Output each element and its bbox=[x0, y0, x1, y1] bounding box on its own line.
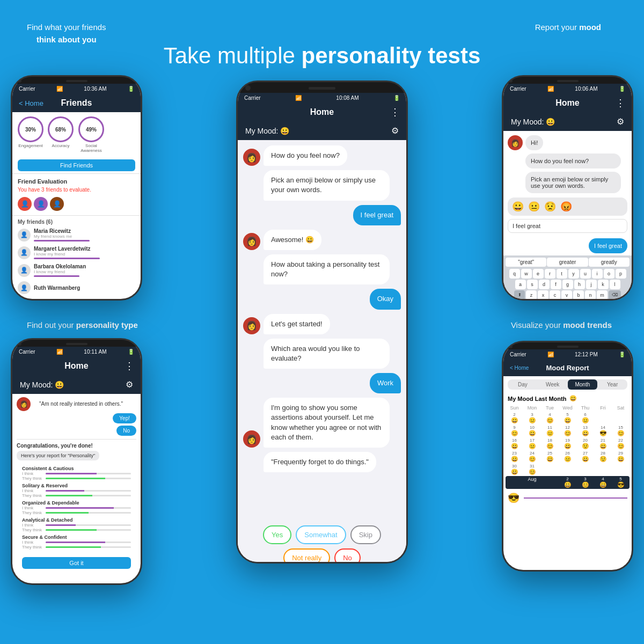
yep-button[interactable]: Yep! bbox=[113, 413, 136, 423]
chat-bubble: Let's get started! bbox=[264, 314, 330, 334]
got-it-button[interactable]: Got it bbox=[22, 557, 131, 569]
bot-avatar: 👩 bbox=[243, 317, 260, 334]
result-item: Solitary & Reserved I think They think bbox=[22, 483, 131, 498]
friend-item: 👤 Margaret Laverdetwitz I know my friend bbox=[12, 244, 141, 261]
no-button[interactable]: No bbox=[116, 426, 136, 436]
stat-accuracy: 68% Accuracy bbox=[48, 116, 74, 153]
mood-chat-area: 👩 Hi! How do you feel now? Pick an emoji… bbox=[503, 131, 632, 197]
calendar-month-header: Aug 2😀 3😊 4😀 5😎 bbox=[506, 476, 630, 489]
trend-line bbox=[524, 497, 627, 499]
back-button[interactable]: < Home bbox=[19, 99, 43, 107]
sent-bubble: I feel great bbox=[589, 238, 627, 253]
front-camera bbox=[18, 342, 21, 346]
menu-icon[interactable]: ⋮ bbox=[125, 360, 134, 372]
bot-avatar: 👩 bbox=[243, 430, 260, 448]
nav-bar: Home ⋮ bbox=[503, 94, 632, 112]
menu-icon[interactable]: ⋮ bbox=[616, 97, 625, 109]
earpiece bbox=[557, 80, 579, 82]
no-button[interactable]: No bbox=[334, 548, 361, 564]
chat-bubble: Pick an emoji below or simply use your o… bbox=[264, 170, 390, 200]
mood-emoji: 😎 bbox=[508, 492, 519, 504]
result-item: Secure & Confident I think They think bbox=[22, 535, 131, 550]
stat-engagement: 30% Engagement bbox=[18, 116, 43, 153]
keyboard: "great" greater greatly qwertyuiop asdfg… bbox=[503, 255, 632, 301]
earpiece bbox=[66, 80, 87, 82]
not-really-button[interactable]: Not really bbox=[283, 548, 330, 564]
chat-area: 👩 How do you feel now? Pick an emoji bel… bbox=[238, 140, 406, 520]
earpiece bbox=[66, 343, 87, 345]
mood-phone: Carrier 📶 10:06 AM 🔋 Home ⋮ My Mood: 😀 ⚙… bbox=[502, 75, 633, 301]
friends-phone: Carrier 📶 10:36 AM 🔋 < Home Friends 30% … bbox=[11, 75, 142, 301]
sent-area: I feel great bbox=[503, 236, 632, 255]
bot-avatar: 👩 bbox=[243, 149, 260, 166]
bottom-right-label: Visualize your mood trends bbox=[511, 319, 612, 332]
result-section: Consistent & Cautious I think They think… bbox=[17, 464, 136, 554]
nav-bar: < Home Friends bbox=[12, 94, 141, 112]
feel-input[interactable]: I feel great bbox=[508, 219, 627, 233]
friend-item: 👤 Maria Ricewitz My friend knows me bbox=[12, 226, 141, 244]
friend-item: 👤 Ruth Warmanberg bbox=[12, 279, 141, 296]
center-phone: Carrier 📶 10:08 AM 🔋 Home ⋮ My Mood: 😀 ⚙… bbox=[236, 80, 408, 564]
calendar-week: 30😀 31😊 bbox=[506, 463, 630, 476]
chat-bubble: Which area would you like to evaluate? bbox=[264, 339, 390, 369]
mood-trends-phone: Carrier 📶 12:12 PM 🔋 < Home Mood Report … bbox=[502, 341, 633, 572]
settings-icon[interactable]: ⚙ bbox=[391, 126, 399, 136]
find-friends-button[interactable]: Find Friends bbox=[18, 159, 135, 171]
chat-bubble-sent: Work bbox=[370, 373, 401, 393]
tab-bar: Day Week Month Year bbox=[508, 379, 627, 390]
tab-month[interactable]: Month bbox=[568, 379, 598, 390]
keyboard-row: ⬆ zxcvbnm ⌫ bbox=[506, 290, 630, 300]
tab-week[interactable]: Week bbox=[538, 379, 568, 390]
tab-year[interactable]: Year bbox=[597, 379, 627, 390]
main-title: Take multiple personality tests bbox=[164, 43, 481, 69]
calendar-header: My Mood Last Month 😀 bbox=[503, 393, 632, 404]
eval-avatars: 👤 👤 👤 bbox=[12, 195, 141, 214]
status-bar: Carrier 📶 10:08 AM 🔋 bbox=[238, 93, 406, 103]
answer-buttons: Yes Somewhat Skip Not really No bbox=[238, 520, 406, 564]
tab-day[interactable]: Day bbox=[508, 379, 538, 390]
status-bar: Carrier 📶 10:06 AM 🔋 bbox=[503, 84, 632, 94]
calendar-week: 9😊 10😀 11😐 12😊 13😀 14😎 15😊 bbox=[506, 425, 630, 437]
chat-bubble-sent: Okay bbox=[370, 289, 401, 309]
mood-trend-row: 😎 bbox=[503, 489, 632, 507]
back-button[interactable]: < Home bbox=[510, 365, 529, 371]
bottom-left-label: Find out your personality type bbox=[27, 319, 138, 332]
report-label: Here's your report for "Personality" bbox=[17, 451, 99, 460]
settings-icon[interactable]: ⚙ bbox=[617, 116, 624, 127]
menu-icon[interactable]: ⋮ bbox=[390, 106, 400, 118]
front-camera bbox=[18, 79, 21, 83]
result-item: Analytical & Detached I think They think bbox=[22, 517, 131, 532]
stats-circles: 30% Engagement 68% Accuracy 49% Social A… bbox=[12, 112, 141, 157]
keyboard-row: asdfghjkl bbox=[506, 280, 630, 289]
skip-button[interactable]: Skip bbox=[350, 525, 381, 544]
chat-row: 👩 Hi! bbox=[508, 135, 627, 150]
status-bar: Carrier 📶 10:11 AM 🔋 bbox=[12, 347, 141, 357]
calendar-week: 23😀 24😊 25😀 26😐 27😀 28😟 29😀 bbox=[506, 450, 630, 463]
chat-bubble: Hi! bbox=[525, 135, 543, 150]
nav-bar: Home ⋮ bbox=[238, 103, 406, 121]
chat-bubble-sent: I feel great bbox=[353, 205, 401, 225]
personality-chat: 👩 "Am not really interested in others." … bbox=[12, 394, 141, 575]
mood-bar: My Mood: 😀 ⚙ bbox=[12, 375, 141, 394]
earpiece bbox=[557, 346, 579, 348]
yes-button[interactable]: Yes bbox=[263, 525, 291, 544]
chat-row: 👩 I'm going to show you some assertions … bbox=[243, 398, 401, 448]
chat-bubble: Pick an emoji below or simply use your o… bbox=[525, 172, 621, 193]
chat-bubble: How do you feel now? bbox=[525, 153, 621, 169]
top-right-label: Report your mood bbox=[535, 21, 601, 34]
settings-icon[interactable]: ⚙ bbox=[126, 379, 133, 390]
evaluation-header: Friend Evaluation bbox=[12, 176, 141, 187]
friends-header: My friends (6) bbox=[12, 217, 141, 226]
calendar-header-row: Sun Mon Tue Wed Thu Fri Sat bbox=[506, 404, 630, 412]
calendar: Sun Mon Tue Wed Thu Fri Sat 2😀 3😐 4😊 5😀 … bbox=[503, 404, 632, 489]
chat-bubble: How about taking a personality test now? bbox=[264, 254, 390, 284]
evaluation-sub: You have 3 friends to evaluate. bbox=[12, 187, 141, 195]
chat-row: 👩 How do you feel now? bbox=[243, 145, 401, 166]
front-camera bbox=[509, 345, 513, 348]
calendar-week: 2😀 3😐 4😊 5😀 6😐 bbox=[506, 412, 630, 425]
mood-bar: My Mood: 😀 ⚙ bbox=[503, 112, 632, 131]
chat-bubble: "Am not really interested in others." bbox=[34, 397, 128, 411]
somewhat-button[interactable]: Somewhat bbox=[296, 525, 346, 544]
emoji-row: 😀 😐 😟 😡 bbox=[508, 197, 627, 216]
keyboard-row: qwertyuiop bbox=[506, 269, 630, 279]
